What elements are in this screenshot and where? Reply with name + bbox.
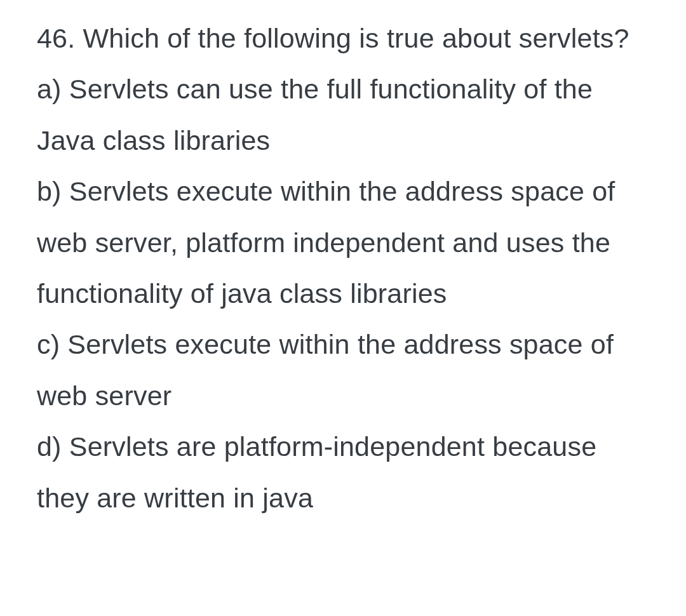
- option-a: a) Servlets can use the full functionali…: [37, 64, 651, 166]
- question-block: 46. Which of the following is true about…: [37, 13, 651, 523]
- option-c: c) Servlets execute within the address s…: [37, 319, 651, 421]
- option-b: b) Servlets execute within the address s…: [37, 166, 651, 319]
- question-text: 46. Which of the following is true about…: [37, 13, 651, 64]
- option-d: d) Servlets are platform-independent bec…: [37, 421, 651, 523]
